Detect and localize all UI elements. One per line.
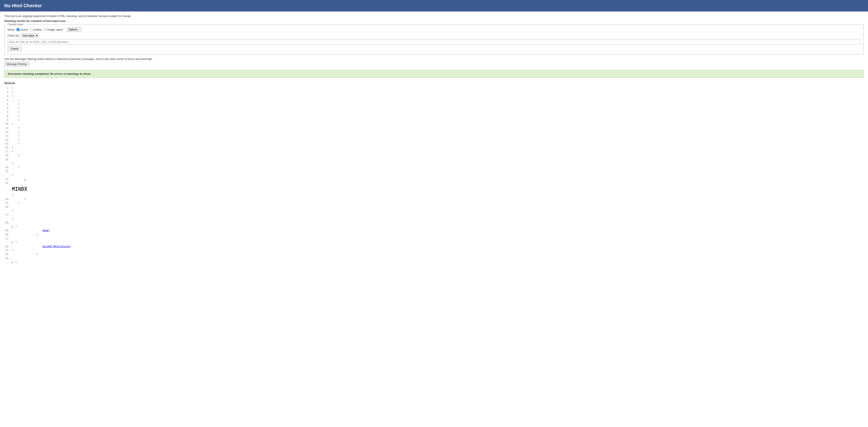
line-content: ¶ bbox=[12, 106, 20, 110]
code-line: 1.¶ bbox=[4, 87, 864, 91]
line-content: ¶ bbox=[12, 169, 18, 177]
line-number: 24. bbox=[4, 197, 12, 201]
code-line: 35. ¶ bbox=[4, 256, 864, 264]
check-button[interactable]: Check bbox=[7, 46, 22, 51]
code-line: 11. ¶ bbox=[4, 126, 864, 130]
line-content: ¶ bbox=[12, 165, 20, 170]
line-content: ¶ bbox=[12, 138, 20, 142]
pilcrow-icon: ¶ bbox=[18, 131, 20, 133]
source-title: Source bbox=[4, 81, 864, 85]
check-by-row: Check by text input bbox=[7, 33, 861, 38]
line-number: 13. bbox=[4, 134, 12, 138]
code-line: 34. ¶ bbox=[4, 252, 864, 256]
line-content: ¶ bbox=[12, 146, 13, 150]
outline-label: outline bbox=[34, 28, 42, 31]
check-by-label: Check by bbox=[7, 34, 19, 37]
code-line: 14. ¶ bbox=[4, 138, 864, 142]
line-number: 10. bbox=[4, 122, 12, 126]
outline-checkbox[interactable] bbox=[30, 28, 33, 31]
pilcrow-icon: ¶ bbox=[12, 217, 13, 220]
url-input[interactable] bbox=[7, 39, 861, 44]
source-checkbox-item[interactable]: source bbox=[17, 28, 28, 31]
line-content: ¶ bbox=[12, 177, 26, 181]
line-number: 20. bbox=[4, 165, 12, 170]
line-number: 12. bbox=[4, 130, 12, 134]
code-line: 33.¶ bbox=[4, 248, 864, 252]
pilcrow-icon: ¶ bbox=[18, 99, 20, 102]
line-content: ¶ bbox=[12, 197, 26, 201]
code-line: 15. MINDX¶ bbox=[4, 142, 864, 146]
line-content: ¶ bbox=[12, 221, 36, 228]
pilcrow-icon: ¶ bbox=[18, 127, 20, 129]
pilcrow-icon: ¶ bbox=[12, 162, 13, 165]
check-by-select[interactable]: text input bbox=[21, 33, 39, 38]
image-report-label: image report bbox=[48, 28, 63, 31]
code-line: 25. ¶ bbox=[4, 201, 864, 205]
message-filter-note: Use the Message Filtering button below t… bbox=[4, 57, 864, 61]
code-line: 20. ¶ bbox=[4, 165, 864, 170]
pilcrow-icon: ¶ bbox=[18, 154, 20, 157]
code-line: 24. ¶ bbox=[4, 197, 864, 201]
line-number: 8. bbox=[4, 114, 12, 118]
line-number: 28. bbox=[4, 221, 12, 225]
show-row: Show source outline image report Options… bbox=[7, 27, 861, 32]
checkbox-group: source outline image report Options... bbox=[17, 27, 82, 32]
line-number: 14. bbox=[4, 138, 12, 142]
pilcrow-icon: ¶ bbox=[16, 225, 17, 228]
source-checkbox[interactable] bbox=[17, 28, 19, 31]
line-number: 21. bbox=[4, 169, 12, 173]
line-content: ¶ bbox=[12, 205, 24, 213]
line-content: ¶ bbox=[12, 110, 20, 114]
line-content: ¶ bbox=[12, 94, 13, 98]
line-number: 30. bbox=[4, 233, 12, 237]
line-content: ¶ bbox=[12, 126, 20, 130]
message-filter-button[interactable]: Message Filtering bbox=[4, 62, 29, 66]
code-line: 22. ¶ bbox=[4, 177, 864, 181]
image-report-checkbox[interactable] bbox=[44, 28, 47, 31]
pilcrow-icon: ¶ bbox=[18, 166, 20, 169]
line-number: 1. bbox=[4, 87, 12, 91]
code-line: 18. ¶ bbox=[4, 154, 864, 158]
outline-checkbox-item[interactable]: outline bbox=[30, 28, 42, 31]
line-content: ¶ bbox=[12, 114, 20, 118]
options-button[interactable]: Options... bbox=[67, 27, 81, 32]
code-line: 32. Guided Meditations¶ bbox=[4, 245, 864, 249]
show-label: Show bbox=[7, 28, 14, 31]
line-content: ¶ bbox=[12, 237, 36, 245]
pilcrow-icon: ¶ bbox=[12, 91, 13, 94]
line-number: 26. bbox=[4, 205, 12, 209]
pilcrow-icon: ¶ bbox=[18, 139, 20, 141]
code-line: 16.¶ bbox=[4, 146, 864, 150]
line-number: 2. bbox=[4, 91, 12, 95]
code-line: 9. ¶ bbox=[4, 118, 864, 122]
line-content: MINDX¶ bbox=[12, 181, 30, 197]
line-content: ¶ bbox=[12, 154, 20, 158]
pilcrow-icon: ¶ bbox=[12, 87, 13, 90]
line-number: 35. bbox=[4, 256, 12, 261]
line-content: ¶ bbox=[12, 122, 13, 126]
pilcrow-icon: ¶ bbox=[12, 95, 13, 98]
line-content: ¶ bbox=[12, 201, 20, 205]
pilcrow-icon: ¶ bbox=[70, 245, 72, 248]
line-content: ¶ bbox=[12, 252, 38, 256]
image-report-checkbox-item[interactable]: image report bbox=[44, 28, 63, 31]
line-content: ¶ bbox=[12, 118, 20, 122]
pilcrow-icon: ¶ bbox=[18, 111, 20, 114]
pilcrow-icon: ¶ bbox=[36, 233, 38, 236]
line-number: 19. bbox=[4, 158, 12, 162]
pilcrow-icon: ¶ bbox=[24, 198, 26, 201]
intro-text: This tool is an ongoing experiment in be… bbox=[4, 14, 864, 18]
code-line: 19. ¶ bbox=[4, 158, 864, 165]
code-line: 3.¶ bbox=[4, 94, 864, 98]
line-number: 18. bbox=[4, 154, 12, 158]
line-number: 31. bbox=[4, 237, 12, 241]
code-line: 13. ¶ bbox=[4, 134, 864, 138]
line-number: 15. bbox=[4, 142, 12, 146]
line-content: ¶ bbox=[12, 256, 36, 264]
pilcrow-icon: ¶ bbox=[12, 174, 13, 177]
pilcrow-icon: ¶ bbox=[18, 115, 20, 118]
source-section: Source 1.¶2.¶3.¶4. ¶5. ¶6. ¶7. ¶8. ¶9. ¶… bbox=[4, 81, 864, 264]
line-number: 5. bbox=[4, 102, 12, 106]
page-title: Nu Html Checker bbox=[4, 3, 864, 8]
code-line: 27. ¶ bbox=[4, 213, 864, 221]
